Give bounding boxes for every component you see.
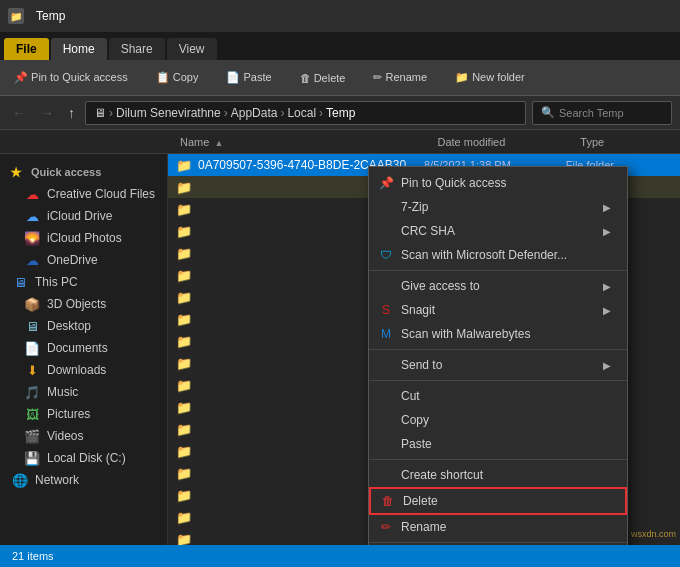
sidebar-item-downloads[interactable]: ⬇ Downloads bbox=[0, 359, 167, 381]
folder-icon: 📁 bbox=[176, 422, 192, 437]
address-bar: ← → ↑ 🖥 › Dilum Senevirathne › AppData ›… bbox=[0, 96, 680, 130]
music-icon: 🎵 bbox=[24, 384, 40, 400]
sidebar-item-icloud-photos[interactable]: 🌄 iCloud Photos bbox=[0, 227, 167, 249]
icloud-photos-icon: 🌄 bbox=[24, 230, 40, 246]
watermark: wsxdn.com bbox=[631, 529, 676, 539]
ribbon-rename[interactable]: ✏ Rename bbox=[367, 69, 433, 86]
file-list: 📁0A709507-5396-4740-B8DE-2CAAB308D4... 8… bbox=[168, 154, 680, 545]
sidebar-item-pictures[interactable]: 🖼 Pictures bbox=[0, 403, 167, 425]
crc-icon bbox=[377, 222, 395, 240]
ctx-separator-4 bbox=[369, 459, 627, 460]
folder-icon: 📁 bbox=[176, 510, 192, 525]
tab-home[interactable]: Home bbox=[51, 38, 107, 60]
sidebar-item-videos[interactable]: 🎬 Videos bbox=[0, 425, 167, 447]
ctx-separator-5 bbox=[369, 542, 627, 543]
ctx-7zip[interactable]: 7-Zip ▶ bbox=[369, 195, 627, 219]
sidebar-item-desktop[interactable]: 🖥 Desktop bbox=[0, 315, 167, 337]
ribbon-delete[interactable]: 🗑 Delete bbox=[294, 70, 352, 86]
path-temp: Temp bbox=[326, 106, 355, 120]
access-icon bbox=[377, 277, 395, 295]
ctx-send-to[interactable]: Send to ▶ bbox=[369, 353, 627, 377]
malware-icon: M bbox=[377, 325, 395, 343]
pin-icon: 📌 bbox=[377, 174, 395, 192]
col-header-type[interactable]: Type bbox=[572, 136, 680, 148]
app-icon: 📁 bbox=[8, 8, 24, 24]
nav-up[interactable]: ↑ bbox=[64, 103, 79, 123]
column-headers: Name ▲ Date modified Type bbox=[0, 130, 680, 154]
submenu-arrow: ▶ bbox=[603, 226, 611, 237]
sidebar-item-music[interactable]: 🎵 Music bbox=[0, 381, 167, 403]
desktop-icon: 🖥 bbox=[24, 318, 40, 334]
folder-icon: 📁 bbox=[176, 466, 192, 481]
ctx-give-access[interactable]: Give access to ▶ bbox=[369, 274, 627, 298]
sidebar-section-quick-access: ★ Quick access bbox=[0, 158, 167, 183]
shortcut-icon bbox=[377, 466, 395, 484]
submenu-arrow: ▶ bbox=[603, 305, 611, 316]
ctx-crc-sha[interactable]: CRC SHA ▶ bbox=[369, 219, 627, 243]
search-placeholder: Search Temp bbox=[559, 107, 624, 119]
path-local: Local bbox=[287, 106, 316, 120]
ctx-snagit[interactable]: S Snagit ▶ bbox=[369, 298, 627, 322]
ribbon-new-folder[interactable]: 📁 New folder bbox=[449, 69, 531, 86]
ctx-copy[interactable]: Copy bbox=[369, 408, 627, 432]
7zip-icon bbox=[377, 198, 395, 216]
rename-icon: ✏ bbox=[377, 518, 395, 536]
ctx-delete[interactable]: 🗑 Delete bbox=[369, 487, 627, 515]
ctx-rename[interactable]: ✏ Rename bbox=[369, 515, 627, 539]
context-menu: 📌 Pin to Quick access 7-Zip ▶ CRC SHA ▶ … bbox=[368, 166, 628, 545]
ctx-paste[interactable]: Paste bbox=[369, 432, 627, 456]
folder-icon: 📁 bbox=[176, 356, 192, 371]
title-bar-icons: 📁 bbox=[8, 8, 24, 24]
creative-cloud-icon: ☁ bbox=[24, 186, 40, 202]
tab-view[interactable]: View bbox=[167, 38, 217, 60]
pictures-icon: 🖼 bbox=[24, 406, 40, 422]
defender-icon: 🛡 bbox=[377, 246, 395, 264]
ctx-scan-defender[interactable]: 🛡 Scan with Microsoft Defender... bbox=[369, 243, 627, 267]
sidebar-item-local-disk[interactable]: 💾 Local Disk (C:) bbox=[0, 447, 167, 469]
ribbon-pin[interactable]: 📌 Pin to Quick access bbox=[8, 69, 134, 86]
folder-icon: 📁 bbox=[176, 334, 192, 349]
address-path[interactable]: 🖥 › Dilum Senevirathne › AppData › Local… bbox=[85, 101, 526, 125]
ctx-malwarebytes[interactable]: M Scan with Malwarebytes bbox=[369, 322, 627, 346]
copy-icon bbox=[377, 411, 395, 429]
tab-file[interactable]: File bbox=[4, 38, 49, 60]
snagit-icon: S bbox=[377, 301, 395, 319]
folder-icon: 📁 bbox=[176, 158, 192, 173]
ctx-cut[interactable]: Cut bbox=[369, 384, 627, 408]
ribbon-tabs: File Home Share View bbox=[0, 32, 680, 60]
folder-icon: 📁 bbox=[176, 312, 192, 327]
folder-icon: 📁 bbox=[176, 202, 192, 217]
delete-icon: 🗑 bbox=[379, 492, 397, 510]
sidebar-item-this-pc[interactable]: 🖥 This PC bbox=[0, 271, 167, 293]
ribbon-copy[interactable]: 📋 Copy bbox=[150, 69, 205, 86]
send-icon bbox=[377, 356, 395, 374]
folder-icon: 📁 bbox=[176, 400, 192, 415]
sidebar-item-3d-objects[interactable]: 📦 3D Objects bbox=[0, 293, 167, 315]
search-box[interactable]: 🔍 Search Temp bbox=[532, 101, 672, 125]
ribbon: 📌 Pin to Quick access 📋 Copy 📄 Paste 🗑 D… bbox=[0, 60, 680, 96]
col-header-name[interactable]: Name ▲ bbox=[172, 136, 429, 148]
ctx-pin-quick-access[interactable]: 📌 Pin to Quick access bbox=[369, 171, 627, 195]
nav-back[interactable]: ← bbox=[8, 103, 30, 123]
tab-share[interactable]: Share bbox=[109, 38, 165, 60]
network-icon: 🌐 bbox=[12, 472, 28, 488]
folder-icon: 📁 bbox=[176, 488, 192, 503]
path-user: Dilum Senevirathne bbox=[116, 106, 221, 120]
sidebar-item-documents[interactable]: 📄 Documents bbox=[0, 337, 167, 359]
sort-arrow: ▲ bbox=[214, 138, 223, 148]
sidebar-item-creative-cloud[interactable]: ☁ Creative Cloud Files bbox=[0, 183, 167, 205]
ctx-separator-1 bbox=[369, 270, 627, 271]
folder-icon: 📁 bbox=[176, 444, 192, 459]
sidebar-item-network[interactable]: 🌐 Network bbox=[0, 469, 167, 491]
star-icon: ★ bbox=[8, 164, 24, 180]
videos-icon: 🎬 bbox=[24, 428, 40, 444]
submenu-arrow: ▶ bbox=[603, 281, 611, 292]
ctx-create-shortcut[interactable]: Create shortcut bbox=[369, 463, 627, 487]
sidebar-item-icloud-drive[interactable]: ☁ iCloud Drive bbox=[0, 205, 167, 227]
ribbon-paste[interactable]: 📄 Paste bbox=[220, 69, 277, 86]
ctx-separator-2 bbox=[369, 349, 627, 350]
col-header-date[interactable]: Date modified bbox=[429, 136, 572, 148]
nav-forward[interactable]: → bbox=[36, 103, 58, 123]
sidebar-item-onedrive[interactable]: ☁ OneDrive bbox=[0, 249, 167, 271]
folder-icon: 📁 bbox=[176, 268, 192, 283]
